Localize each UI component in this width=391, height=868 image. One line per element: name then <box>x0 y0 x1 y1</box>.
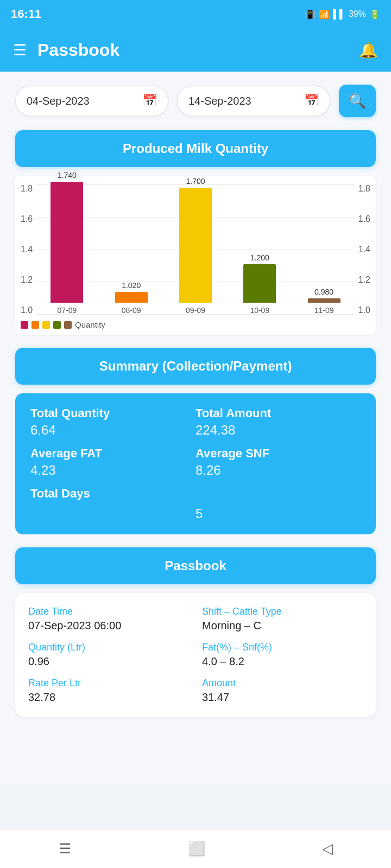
passbook-shift-label: Shift – Cattle Type <box>202 606 363 617</box>
total-days-item: Total Days <box>30 487 195 521</box>
chart-y-axis-right: 1.8 1.6 1.4 1.2 1.0 <box>358 184 370 315</box>
status-bar: 16:11 📳 📶 ▌▌ 39% 🔋 <box>0 0 391 28</box>
main-content: 04-Sep-2023 📅 14-Sep-2023 📅 🔍 Produced M… <box>0 72 391 784</box>
milk-quantity-chart: 1.8 1.6 1.4 1.2 1.0 1.74007-091.02008-09… <box>15 176 376 335</box>
wifi-icon: 📶 <box>319 9 330 20</box>
bar-x-label: 07-09 <box>57 306 77 315</box>
total-amount-value: 224.38 <box>195 423 361 438</box>
bar-group: 1.74007-09 <box>37 171 97 315</box>
summary-header[interactable]: Summary (Collection/Payment) <box>15 348 376 385</box>
passbook-amount-label: Amount <box>202 678 363 689</box>
passbook-fatsnf-label: Fat(%) – Snf(%) <box>202 642 363 653</box>
avg-snf-label: Average SNF <box>195 446 361 461</box>
passbook-datetime-field: Date Time 07-Sep-2023 06:00 <box>28 606 189 632</box>
total-quantity-value: 6.64 <box>30 423 195 438</box>
nav-back-icon[interactable]: ◁ <box>322 840 333 857</box>
start-date-input[interactable]: 04-Sep-2023 📅 <box>15 86 168 116</box>
bar-value-label: 1.700 <box>186 177 205 186</box>
end-date-value: 14-Sep-2023 <box>188 95 251 107</box>
bar-group: 1.70009-09 <box>166 177 225 315</box>
bar-value-label: 0.980 <box>314 288 333 296</box>
start-date-value: 04-Sep-2023 <box>27 95 90 107</box>
summary-card: Total Quantity 6.64 Total Amount 224.38 … <box>15 393 376 534</box>
legend-color-dot <box>64 321 72 329</box>
bar <box>51 182 83 303</box>
passbook-header[interactable]: Passbook <box>15 547 376 584</box>
total-days-label: Total Days <box>30 487 195 501</box>
search-icon: 🔍 <box>349 93 366 110</box>
nav-menu-icon[interactable]: ☰ <box>59 840 71 857</box>
total-days-value: 5 <box>195 487 361 521</box>
total-quantity-item: Total Quantity 6.64 <box>30 406 195 438</box>
bottom-nav: ☰ ⬜ ◁ <box>0 829 391 868</box>
app-header: ☰ Passbook 🔔 <box>0 28 391 72</box>
date-filter-row: 04-Sep-2023 📅 14-Sep-2023 📅 🔍 <box>15 85 376 117</box>
bar-value-label: 1.740 <box>58 171 77 180</box>
nav-home-icon[interactable]: ⬜ <box>188 840 205 857</box>
bar <box>243 264 276 303</box>
start-calendar-icon[interactable]: 📅 <box>142 94 157 108</box>
total-amount-item: Total Amount 224.38 <box>195 406 361 438</box>
legend-label: Quantity <box>75 320 105 329</box>
chart-y-axis-left: 1.8 1.6 1.4 1.2 1.0 <box>21 184 33 315</box>
chart-bars-area: 1.74007-091.02008-091.70009-091.20010-09… <box>37 184 354 315</box>
bar-x-label: 09-09 <box>186 306 205 315</box>
passbook-datetime-label: Date Time <box>28 606 189 617</box>
legend-color-dot <box>31 321 39 329</box>
header-title: Passbook <box>37 40 359 60</box>
passbook-amount-value: 31.47 <box>202 691 363 704</box>
passbook-rate-label: Rate Per Ltr <box>28 678 189 689</box>
legend-color-dot <box>53 321 61 329</box>
notification-bell-icon[interactable]: 🔔 <box>359 41 378 59</box>
total-days-value-item: 5 <box>195 487 361 521</box>
bar <box>179 188 212 303</box>
end-date-input[interactable]: 14-Sep-2023 📅 <box>177 86 330 116</box>
passbook-entry-card: Date Time 07-Sep-2023 06:00 Shift – Catt… <box>15 593 376 717</box>
passbook-fatsnf-value: 4.0 – 8.2 <box>202 655 363 668</box>
passbook-datetime-value: 07-Sep-2023 06:00 <box>28 620 189 632</box>
bar-group: 1.20010-09 <box>230 253 289 315</box>
avg-snf-value: 8.26 <box>195 463 361 478</box>
passbook-quantity-value: 0.96 <box>28 655 189 668</box>
search-button[interactable]: 🔍 <box>339 85 376 117</box>
battery-icon: 🔋 <box>369 9 380 20</box>
avg-fat-value: 4.23 <box>30 463 195 478</box>
passbook-quantity-label: Quantity (Ltr) <box>28 642 189 653</box>
legend-color-dot <box>42 321 50 329</box>
battery-level: 39% <box>349 9 366 19</box>
bar <box>115 292 148 303</box>
passbook-amount-field: Amount 31.47 <box>202 678 363 704</box>
passbook-shift-value: Morning – C <box>202 620 363 632</box>
vibrate-icon: 📳 <box>305 9 316 20</box>
end-calendar-icon[interactable]: 📅 <box>304 94 319 108</box>
signal-icon: ▌▌ <box>333 9 345 19</box>
bar-group: 0.98011-09 <box>294 288 354 315</box>
status-icons: 📳 📶 ▌▌ 39% 🔋 <box>305 9 380 20</box>
total-quantity-label: Total Quantity <box>30 406 195 420</box>
bar-x-label: 08-09 <box>122 306 141 315</box>
passbook-rate-field: Rate Per Ltr 32.78 <box>28 678 189 704</box>
passbook-rate-value: 32.78 <box>28 691 189 704</box>
bar-value-label: 1.200 <box>250 253 269 262</box>
menu-icon[interactable]: ☰ <box>13 41 27 59</box>
total-amount-label: Total Amount <box>195 406 361 420</box>
produced-milk-header[interactable]: Produced Milk Quantity <box>15 130 376 167</box>
bar-value-label: 1.020 <box>122 281 141 290</box>
passbook-quantity-field: Quantity (Ltr) 0.96 <box>28 642 189 668</box>
avg-fat-item: Average FAT 4.23 <box>30 446 195 478</box>
passbook-entry-grid: Date Time 07-Sep-2023 06:00 Shift – Catt… <box>28 606 363 704</box>
passbook-shift-field: Shift – Cattle Type Morning – C <box>202 606 363 632</box>
avg-snf-item: Average SNF 8.26 <box>195 446 361 478</box>
passbook-fatsnf-field: Fat(%) – Snf(%) 4.0 – 8.2 <box>202 642 363 668</box>
bar-x-label: 10-09 <box>250 306 269 315</box>
avg-fat-label: Average FAT <box>30 446 195 461</box>
bar-group: 1.02008-09 <box>102 281 161 315</box>
status-time: 16:11 <box>11 7 41 21</box>
chart-legend: Quantity <box>21 320 370 329</box>
bar <box>308 298 340 303</box>
legend-color-dot <box>21 321 28 329</box>
bar-x-label: 11-09 <box>314 306 334 315</box>
